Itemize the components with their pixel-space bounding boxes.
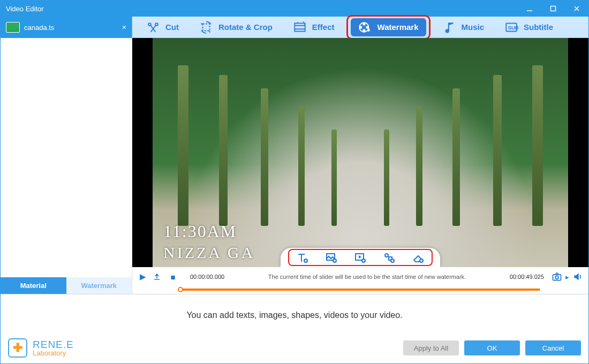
tab-cut[interactable]: Cut [142,19,183,36]
svg-point-17 [385,254,388,257]
transport-hint: The current time of slider will be used … [229,274,505,280]
tab-watermark[interactable]: Watermark [351,18,426,36]
toolbar-label: Subtitle [524,22,553,32]
main-toolbar: Cut Rotate & Crop Effect Watermark Mu [132,17,588,38]
overlay-title-text: NIZZA GA [163,244,255,262]
svg-rect-4 [294,23,305,31]
tab-music[interactable]: Music [438,19,489,36]
file-tab-strip: canada.ts × [1,17,132,38]
svg-rect-21 [553,275,561,280]
footer: You can add texts, images, shapes, video… [1,294,588,363]
video-preview[interactable]: 11:30AM NIZZA GA [153,38,568,267]
tab-subtitle[interactable]: SUB Subtitle [500,19,557,36]
music-note-icon [442,20,456,34]
toolbar-label: Watermark [377,22,419,32]
tab-rotate-crop[interactable]: Rotate & Crop [195,19,277,36]
reel-droplet-icon [358,20,372,34]
add-text-watermark[interactable] [296,251,309,265]
scissors-icon [146,20,160,34]
minimize-icon [526,5,533,12]
add-video-watermark[interactable] [353,251,367,265]
file-thumbnail [6,22,20,33]
toolbar-label: Effect [312,22,335,32]
svg-point-22 [555,276,558,279]
brand-line1: RENE.E [33,339,74,350]
apply-all-button[interactable]: Apply to All [403,340,459,355]
svg-point-7 [363,29,365,31]
video-plus-icon [354,252,367,264]
svg-point-8 [360,26,361,28]
play-button[interactable]: ▶ [138,272,148,282]
current-time: 00:00:00.000 [190,274,224,280]
crop-rotate-icon [199,20,213,34]
toolbar-label: Rotate & Crop [218,22,273,32]
svg-rect-3 [203,24,210,31]
file-tab-close[interactable]: × [122,23,126,32]
close-icon [573,5,580,12]
window-title: Video Editor [6,5,518,13]
brand-line2: Laboratory [33,350,74,357]
slider-thumb[interactable] [178,287,183,292]
watermark-tool-popup [281,248,440,267]
end-time: 00:00:49.025 [510,274,544,280]
timeline-slider[interactable] [132,286,588,294]
brand: ✚ RENE.E Laboratory [8,338,74,358]
cancel-button[interactable]: Cancel [525,340,581,355]
maximize-button[interactable] [541,1,565,17]
transport-bar: ▶ ■ 00:00:00.000 The current time of sli… [132,267,588,286]
export-icon [153,272,161,281]
file-tab[interactable]: canada.ts × [1,17,132,38]
svg-point-9 [366,26,368,28]
title-bar: Video Editor [1,1,588,17]
sidebar: Material Watermark [1,38,132,294]
slider-track [180,289,540,291]
camera-icon [552,271,562,282]
add-shape-watermark[interactable] [382,251,396,265]
text-plus-icon [296,252,309,264]
subtitle-icon: SUB [504,20,518,34]
ok-button[interactable]: OK [464,340,520,355]
image-plus-icon [325,252,338,264]
maximize-icon [550,5,556,12]
svg-rect-0 [551,6,556,11]
eraser-watermark[interactable] [411,251,425,265]
sidebar-content [1,38,132,277]
chevron-right-icon: ▸ [565,273,569,281]
svg-text:SUB: SUB [508,25,519,31]
export-frame-button[interactable] [153,272,163,281]
sidebar-tabs: Material Watermark [1,277,132,294]
brand-logo-icon: ✚ [8,338,27,358]
svg-point-6 [363,23,365,25]
minimize-button[interactable] [518,1,541,17]
filmstrip-sparkle-icon [293,20,307,34]
overlay-time-text: 11:30AM [163,222,237,241]
toolbar-label: Cut [165,22,179,32]
toolbar-label: Music [462,22,485,32]
volume-button[interactable] [572,271,583,282]
add-image-watermark[interactable] [324,251,338,265]
file-tab-label: canada.ts [24,24,54,32]
close-button[interactable] [565,1,588,17]
sidebar-tab-material[interactable]: Material [1,277,66,294]
sidebar-tab-watermark[interactable]: Watermark [66,277,132,294]
eraser-plus-icon [412,252,425,264]
window-controls [518,1,588,17]
footer-hint: You can add texts, images, shapes, video… [1,294,588,336]
snapshot-button[interactable] [552,271,562,282]
shape-plus-icon [383,252,396,264]
stop-button[interactable]: ■ [168,272,178,282]
preview-panel: 11:30AM NIZZA GA [132,38,588,294]
speaker-icon [572,271,583,282]
tab-effect[interactable]: Effect [289,19,339,36]
